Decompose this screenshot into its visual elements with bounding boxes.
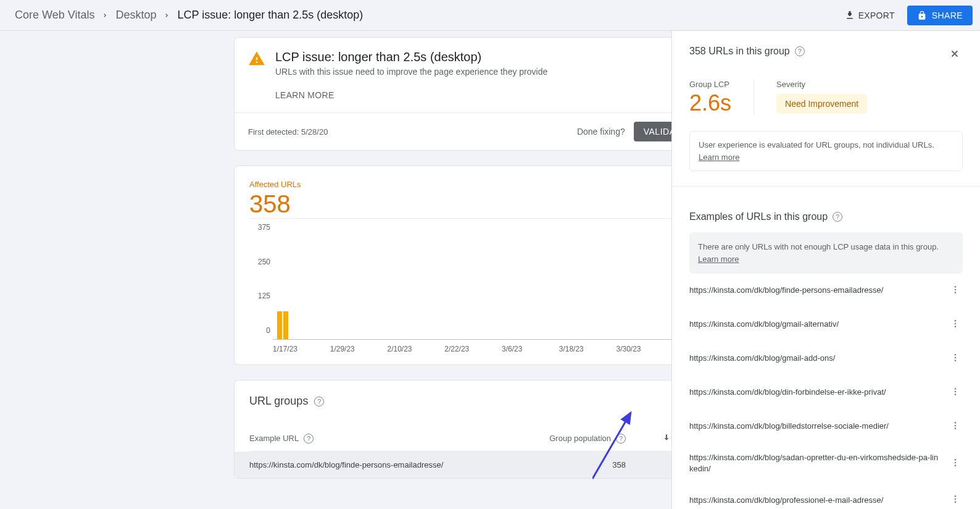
- svg-point-6: [955, 354, 957, 356]
- th-group-population: Group population: [549, 434, 611, 443]
- help-icon[interactable]: ?: [833, 212, 842, 222]
- close-icon[interactable]: [947, 46, 963, 65]
- sort-desc-icon[interactable]: [662, 433, 671, 444]
- stats-card: Affected URLs 358 0125250375 1/17/231/29…: [234, 166, 746, 365]
- severity-label: Severity: [776, 80, 867, 89]
- svg-point-8: [955, 360, 957, 361]
- bar: [277, 311, 282, 339]
- y-tick: 250: [249, 258, 270, 266]
- breadcrumb-root[interactable]: Core Web Vitals: [15, 9, 94, 22]
- url-text: https://kinsta.com/dk/blog/professionel-…: [689, 495, 948, 506]
- group-lcp-value: 2.6s: [689, 90, 731, 116]
- url-text: https://kinsta.com/dk/blog/finde-persons…: [689, 285, 948, 296]
- affected-urls-count: 358: [249, 190, 731, 218]
- learn-more-link[interactable]: Learn more: [699, 153, 739, 162]
- main-column: LCP issue: longer than 2.5s (desktop) UR…: [234, 37, 746, 479]
- svg-point-1: [955, 289, 957, 291]
- x-tick: 3/30/23: [617, 345, 674, 353]
- svg-point-4: [955, 323, 957, 325]
- list-item[interactable]: https://kinsta.com/dk/blog/gmail-add-ons…: [689, 342, 963, 376]
- row-population: 358: [515, 460, 626, 469]
- info-box-url-groups: User experience is evaluated for URL gro…: [689, 131, 963, 171]
- svg-point-0: [955, 286, 957, 288]
- y-tick: 375: [249, 223, 270, 232]
- url-list: https://kinsta.com/dk/blog/finde-persons…: [689, 274, 963, 509]
- x-tick: 2/22/23: [444, 345, 502, 353]
- svg-point-18: [955, 495, 957, 497]
- x-tick: 2/10/23: [388, 345, 445, 353]
- svg-point-12: [955, 422, 957, 424]
- svg-point-11: [955, 393, 957, 395]
- x-tick: 3/18/23: [559, 345, 617, 353]
- breadcrumb: Core Web Vitals Desktop LCP issue: longe…: [15, 9, 363, 22]
- url-groups-card: URL groups ? Example URL ? Group populat…: [234, 380, 746, 479]
- row-url: https://kinsta.com/dk/blog/finde-persons…: [249, 460, 515, 469]
- learn-more-link[interactable]: Learn more: [698, 254, 739, 264]
- list-item[interactable]: https://kinsta.com/dk/blog/sadan-oprette…: [689, 444, 963, 483]
- list-item[interactable]: https://kinsta.com/dk/blog/professionel-…: [689, 483, 963, 509]
- kebab-icon[interactable]: [948, 384, 963, 401]
- help-icon[interactable]: ?: [304, 434, 314, 444]
- svg-point-14: [955, 427, 957, 429]
- x-tick: 3/6/23: [502, 345, 559, 353]
- chevron-right-icon: [102, 9, 108, 22]
- export-button[interactable]: EXPORT: [837, 6, 902, 25]
- table-header: Example URL ? Group population ? Group L…: [249, 408, 731, 452]
- list-item[interactable]: https://kinsta.com/dk/blog/billedstorrel…: [689, 410, 963, 444]
- th-example-url: Example URL: [249, 434, 299, 443]
- svg-point-5: [955, 326, 957, 327]
- url-text: https://kinsta.com/dk/blog/sadan-oprette…: [689, 452, 948, 474]
- breadcrumb-current: LCP issue: longer than 2.5s (desktop): [177, 9, 363, 22]
- issue-subtitle: URLs with this issue need to improve the…: [275, 67, 547, 77]
- svg-point-17: [955, 465, 957, 466]
- export-label: EXPORT: [858, 11, 895, 20]
- kebab-icon[interactable]: [948, 418, 963, 435]
- issue-title: LCP issue: longer than 2.5s (desktop): [275, 50, 547, 64]
- topbar: Core Web Vitals Desktop LCP issue: longe…: [0, 0, 980, 31]
- divider: [754, 80, 754, 114]
- url-groups-title: URL groups ?: [249, 395, 324, 408]
- share-label: SHARE: [932, 11, 963, 20]
- bar: [283, 311, 288, 339]
- help-icon[interactable]: ?: [314, 397, 324, 406]
- url-text: https://kinsta.com/dk/blog/billedstorrel…: [689, 421, 948, 432]
- info-box-usage-data: There are only URLs with not enough LCP …: [689, 232, 963, 274]
- affected-urls-label: Affected URLs: [249, 180, 731, 189]
- svg-point-3: [955, 320, 957, 322]
- help-icon[interactable]: ?: [795, 46, 805, 56]
- issue-card: LCP issue: longer than 2.5s (desktop) UR…: [234, 37, 746, 151]
- y-tick: 0: [249, 326, 270, 335]
- done-fixing-label: Done fixing?: [577, 127, 625, 137]
- kebab-icon[interactable]: [948, 492, 963, 508]
- panel-title: 358 URLs in this group ?: [689, 46, 805, 57]
- svg-point-20: [955, 502, 957, 503]
- side-panel: 358 URLs in this group ? Group LCP 2.6s …: [671, 31, 980, 509]
- list-item[interactable]: https://kinsta.com/dk/blog/finde-persons…: [689, 274, 963, 308]
- chart: 0125250375 1/17/231/29/232/10/232/22/233…: [249, 236, 731, 353]
- chevron-right-icon: [164, 9, 170, 22]
- kebab-icon[interactable]: [948, 316, 963, 333]
- help-icon[interactable]: ?: [616, 434, 626, 444]
- breadcrumb-level2[interactable]: Desktop: [115, 9, 156, 22]
- x-tick: 1/29/23: [330, 345, 388, 353]
- svg-point-13: [955, 425, 957, 427]
- list-item[interactable]: https://kinsta.com/dk/blog/din-forbindel…: [689, 376, 963, 410]
- y-tick: 125: [249, 292, 270, 300]
- url-text: https://kinsta.com/dk/blog/din-forbindel…: [689, 387, 948, 398]
- x-tick: 1/17/23: [273, 345, 330, 353]
- lock-icon: [917, 11, 927, 20]
- svg-point-2: [955, 292, 957, 293]
- share-button[interactable]: SHARE: [907, 6, 973, 25]
- list-item[interactable]: https://kinsta.com/dk/blog/gmail-alterna…: [689, 308, 963, 342]
- table-row[interactable]: https://kinsta.com/dk/blog/finde-persons…: [235, 452, 745, 478]
- severity-badge: Need Improvement: [776, 94, 867, 114]
- group-lcp-label: Group LCP: [689, 80, 731, 89]
- kebab-icon[interactable]: [948, 282, 963, 299]
- learn-more-link[interactable]: LEARN MORE: [275, 90, 334, 100]
- kebab-icon[interactable]: [948, 455, 963, 472]
- warning-icon: [248, 50, 265, 67]
- kebab-icon[interactable]: [948, 350, 963, 367]
- svg-point-16: [955, 461, 957, 463]
- svg-point-10: [955, 391, 957, 393]
- svg-point-19: [955, 498, 957, 500]
